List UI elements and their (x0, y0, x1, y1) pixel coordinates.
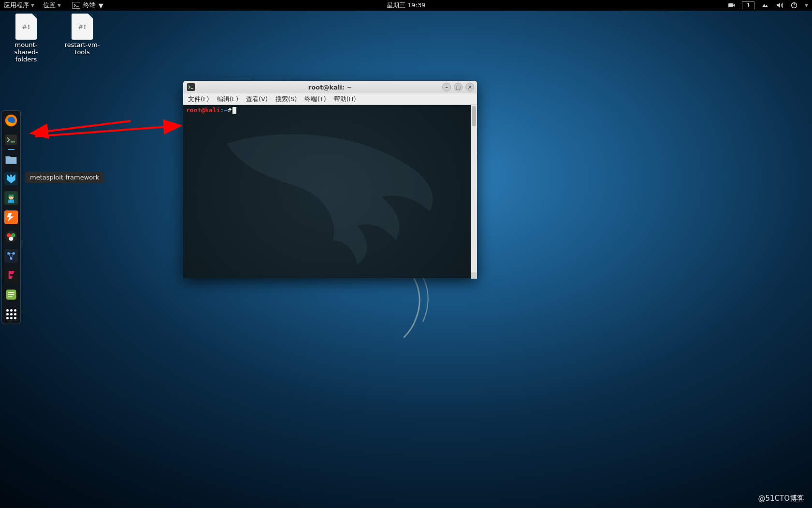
menu-edit[interactable]: 编辑(E) (217, 95, 238, 104)
running-app-indicator[interactable]: 终端 ▼ (72, 1, 103, 10)
dock-maltego[interactable] (3, 248, 19, 264)
terminal-window: root@kali: ~ – ▢ ✕ 文件(F) 编辑(E) 查看(V) 搜索(… (183, 81, 477, 278)
svg-rect-1 (728, 3, 733, 7)
svg-rect-6 (5, 135, 17, 145)
desktop-icon-label: mount-shared-folders (5, 42, 47, 63)
apps-grid-icon (6, 309, 16, 319)
prompt-path: ~ (224, 106, 228, 114)
applications-label: 应用程序 (4, 1, 29, 10)
firefox-icon (4, 114, 18, 127)
dock-tooltip: metasploit framework (25, 172, 104, 183)
terminal-icon (4, 133, 18, 147)
close-button[interactable]: ✕ (465, 83, 474, 91)
maltego-icon (4, 249, 18, 263)
annotation-arrows (24, 116, 184, 150)
dropdown-arrow-icon: ▼ (99, 2, 103, 9)
desktop-icon-label: restart-vm-tools (61, 42, 103, 56)
terminal-cursor (232, 107, 236, 114)
applications-menu[interactable]: 应用程序 ▼ (4, 1, 34, 10)
maximize-button[interactable]: ▢ (454, 83, 463, 91)
kali-dragon-icon (203, 124, 454, 269)
svg-rect-0 (72, 2, 80, 9)
resize-grip[interactable] (471, 272, 477, 279)
terminal-icon (72, 2, 80, 9)
svg-rect-11 (8, 200, 14, 203)
dropdown-arrow-icon: ▼ (58, 3, 61, 8)
menu-terminal[interactable]: 终端(T) (304, 95, 326, 104)
clock[interactable]: 星期三 19:39 (387, 1, 426, 10)
dock-zenmap[interactable] (3, 229, 19, 244)
camera-tray-icon[interactable] (727, 1, 735, 9)
running-app-label: 终端 (83, 1, 96, 10)
svg-rect-25 (187, 83, 195, 91)
folder-icon (4, 152, 18, 166)
prompt-host: kali (205, 106, 220, 114)
metasploit-icon (4, 172, 18, 185)
dock-files[interactable] (3, 151, 19, 167)
desktop-icon-restart-vm[interactable]: restart-vm-tools (61, 14, 103, 63)
zenmap-icon (4, 230, 18, 243)
svg-rect-10 (9, 194, 14, 196)
power-tray-icon[interactable] (790, 1, 798, 9)
leafpad-icon (4, 288, 18, 301)
menu-file[interactable]: 文件(F) (188, 95, 209, 104)
svg-point-16 (9, 237, 14, 241)
menu-search[interactable]: 搜索(S) (276, 95, 297, 104)
script-file-icon (15, 14, 37, 40)
desktop-icons: mount-shared-folders restart-vm-tools (5, 14, 103, 63)
scrollbar-thumb[interactable] (472, 106, 476, 126)
watermark: @51CTO博客 (758, 494, 804, 503)
script-file-icon (72, 14, 93, 40)
places-label: 位置 (43, 1, 56, 10)
faraday-icon (4, 269, 18, 282)
dock-firefox[interactable] (3, 113, 19, 128)
dock-faraday[interactable] (3, 268, 19, 283)
dropdown-arrow-icon: ▼ (31, 3, 34, 8)
armitage-icon (4, 191, 18, 205)
minimize-button[interactable]: – (442, 83, 451, 91)
terminal-icon (187, 83, 195, 92)
prompt-user: root (186, 106, 201, 114)
prompt-at: @ (201, 106, 205, 114)
dock-leafpad[interactable] (3, 287, 19, 302)
burp-icon (4, 210, 18, 224)
terminal-prompt-line: root@kali:~# (186, 106, 468, 114)
svg-rect-17 (4, 249, 18, 263)
prompt-hash: # (228, 106, 232, 114)
places-menu[interactable]: 位置 ▼ (43, 1, 61, 10)
svg-rect-21 (4, 269, 18, 282)
screenshot-tray-icon[interactable] (761, 1, 769, 9)
dock-show-apps[interactable] (3, 306, 19, 322)
window-titlebar[interactable]: root@kali: ~ – ▢ ✕ (183, 81, 477, 93)
menu-view[interactable]: 查看(V) (246, 95, 268, 104)
terminal-menubar: 文件(F) 编辑(E) 查看(V) 搜索(S) 终端(T) 帮助(H) (183, 93, 477, 105)
dock-terminal[interactable] (3, 132, 19, 148)
dock-armitage[interactable] (3, 190, 19, 206)
volume-tray-icon[interactable] (776, 1, 783, 9)
dock-burp[interactable] (3, 209, 19, 225)
menu-help[interactable]: 帮助(H) (334, 95, 356, 104)
desktop-icon-mount-shared[interactable]: mount-shared-folders (5, 14, 47, 63)
dock-metasploit[interactable] (3, 171, 19, 186)
terminal-body[interactable]: root@kali:~# (183, 105, 477, 278)
workspace-switcher[interactable]: 1 (742, 1, 754, 9)
svg-line-24 (35, 126, 179, 136)
dropdown-arrow-icon: ▼ (805, 3, 808, 8)
window-title: root@kali: ~ (308, 84, 352, 91)
top-panel: 应用程序 ▼ 位置 ▼ 终端 ▼ 星期三 19:39 1 ▼ (0, 0, 812, 11)
dock (1, 110, 21, 324)
